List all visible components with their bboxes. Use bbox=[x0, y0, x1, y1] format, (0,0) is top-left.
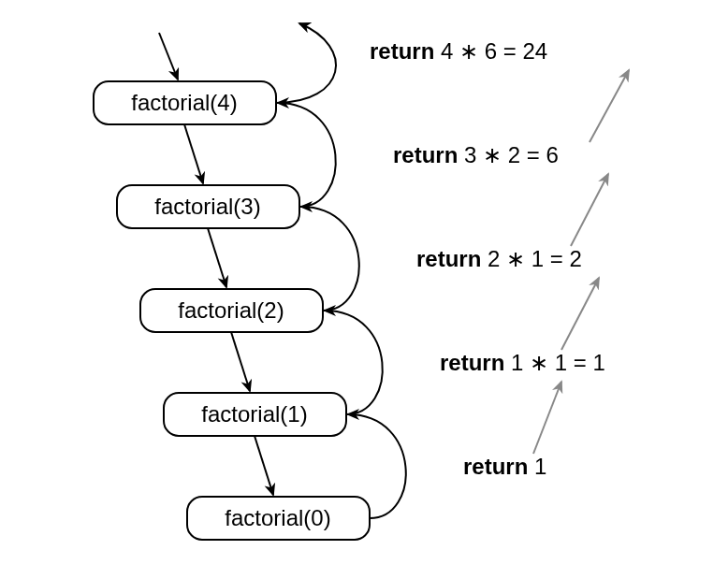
call-label: factorial(2) bbox=[178, 297, 284, 323]
call-node-factorial-1: factorial(1) bbox=[164, 393, 346, 436]
call-node-factorial-4: factorial(4) bbox=[94, 81, 276, 124]
call-arrow bbox=[208, 228, 226, 287]
return-label: return 4 ∗ 6 = 24 bbox=[370, 38, 547, 64]
call-label: factorial(3) bbox=[154, 194, 260, 219]
call-node-factorial-2: factorial(2) bbox=[140, 289, 323, 332]
value-flow-arrow bbox=[571, 174, 608, 246]
call-node-factorial-3: factorial(3) bbox=[117, 185, 299, 228]
call-arrow bbox=[184, 124, 203, 183]
factorial-recursion-diagram: factorial(4) factorial(3) factorial(2) f… bbox=[0, 0, 728, 579]
return-label: return 1 ∗ 1 = 1 bbox=[440, 350, 605, 375]
call-arrow bbox=[231, 332, 250, 391]
call-label: factorial(1) bbox=[201, 401, 307, 427]
call-label: factorial(0) bbox=[225, 505, 330, 530]
value-flow-arrow bbox=[561, 278, 599, 350]
return-label: return 2 ∗ 1 = 2 bbox=[416, 246, 582, 271]
call-arrow bbox=[255, 436, 273, 495]
return-label: return 3 ∗ 2 = 6 bbox=[393, 142, 559, 167]
return-label: return 1 bbox=[463, 454, 546, 479]
value-flow-arrow bbox=[590, 70, 629, 142]
call-node-factorial-0: factorial(0) bbox=[187, 497, 370, 540]
return-arrow-exit bbox=[276, 23, 336, 103]
entry-arrow bbox=[159, 33, 178, 80]
value-flow-arrow bbox=[533, 382, 561, 454]
call-label: factorial(4) bbox=[131, 90, 237, 115]
